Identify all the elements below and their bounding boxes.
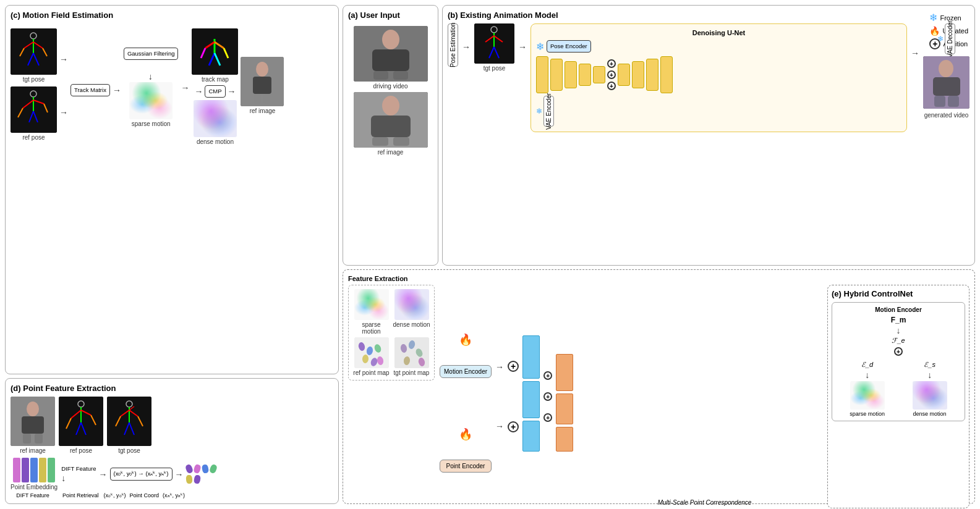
unet-block-3: [565, 61, 577, 88]
d-ref-pose: ref pose: [59, 397, 103, 454]
rb-middle-right: 🔥 Motion Encoder 🔥 Point Encoder: [440, 285, 969, 508]
a-driving-video-label: driving video: [373, 83, 407, 90]
pose-est-label: Pose Estimation: [450, 23, 456, 67]
e-dense-img: [913, 381, 947, 410]
point-embedding-label: Point Embedding: [11, 484, 58, 490]
rb-tgt-point-img: [394, 337, 429, 368]
unet-block-7: [646, 59, 658, 91]
cmp-box: CMP: [205, 85, 225, 98]
c-top-row: tgt pose: [11, 23, 333, 145]
b-tgt-pose-img: [474, 23, 514, 64]
unet-block-4: [579, 64, 591, 86]
output-dots: [186, 465, 223, 484]
svg-rect-59: [393, 71, 408, 80]
svg-rect-34: [23, 434, 31, 444]
svg-rect-64: [393, 137, 409, 146]
e-ed-arrow: ↓: [865, 370, 869, 380]
e-fe: ℱ_e: [892, 337, 905, 345]
d-retrieval-label: Point Retrieval: [62, 492, 99, 498]
dot-1: [184, 464, 193, 474]
motion-encoder-box: Motion Encoder: [440, 365, 492, 378]
e-plus-row: +: [894, 347, 903, 356]
unet-block-6: [632, 61, 644, 88]
rb-image-grid: sparse motion dense motion: [348, 285, 435, 381]
e-motion-enc: Motion Encoder F_m ↓ ℱ_e +: [832, 302, 965, 421]
unet-blocks-row: + + +: [536, 56, 901, 93]
d-ref-image-label: ref image: [20, 447, 46, 454]
denoising-unet-title: Denoising U-Net: [536, 29, 901, 36]
arrow-matrix-to-gaussian: →: [113, 85, 121, 95]
ref-image-label: ref image: [250, 107, 276, 114]
svg-point-32: [27, 402, 39, 416]
d-ref-pose-label: ref pose: [70, 447, 92, 454]
multi-scale-label: Multi-Scale Point Correspondence: [658, 499, 752, 506]
svg-rect-76: [948, 96, 959, 107]
svg-rect-58: [373, 71, 388, 80]
encoder-col: 🔥 Motion Encoder 🔥 Point Encoder: [440, 285, 492, 508]
orange-blocks-col: [556, 297, 573, 508]
e-motion-enc-label: Motion Encoder: [836, 306, 961, 313]
arrow-gaussian-to-sparse: →: [146, 73, 156, 82]
d-dift-sublabel: DIFT Feature: [11, 492, 55, 498]
plus-1: +: [607, 59, 616, 68]
vae-dec-box: VAE Decoder: [945, 23, 955, 54]
pose-enc-box: Pose Encoder: [547, 40, 591, 53]
fire-icon: 🔥: [929, 26, 940, 36]
rb-sparse-motion: sparse motion: [352, 289, 390, 335]
d-images-row: ref image: [11, 397, 333, 454]
dot-2: [193, 464, 201, 474]
unet-block-8: [660, 56, 673, 93]
strip-1: [13, 458, 20, 482]
d-tgt-pose-label: tgt pose: [118, 447, 140, 454]
mapping-label: (x₀ᵏ, y₀ᵏ) → (xₙᵏ, yₙᵏ): [114, 470, 169, 477]
e-inner: Motion Encoder F_m ↓ ℱ_e +: [832, 302, 965, 509]
left-panel: (c) Motion Field Estimation: [5, 5, 339, 504]
addition-icon: +: [929, 38, 940, 49]
track-map-img: [192, 28, 238, 75]
dense-motion-label: dense motion: [197, 138, 234, 145]
track-map-label: track map: [202, 76, 229, 83]
svg-rect-74: [933, 77, 960, 96]
point-enc-label: Point Encoder: [446, 463, 485, 469]
e-es: ℰ_s: [924, 361, 935, 369]
e-ed: ℰ_d: [861, 361, 873, 369]
d-arrow1: →: [99, 469, 108, 479]
b-arrow1: →: [462, 42, 471, 52]
gaussian-item: Gaussian Filtering → sparse motion: [124, 48, 179, 127]
strip-2: [22, 458, 29, 482]
rb-dense-img: [394, 289, 429, 320]
rb-sparse-label: sparse motion: [352, 321, 390, 335]
d-arrow2: →: [175, 469, 184, 479]
right-top: (a) User Input driving video: [343, 5, 975, 266]
e-formulas: F_m ↓ ℱ_e +: [836, 316, 961, 356]
unet-block-2: [550, 59, 563, 91]
dot-4: [208, 464, 217, 474]
right-bottom: Feature Extraction sparse motion dense m…: [343, 269, 975, 504]
plus-connectors: + +: [508, 285, 519, 508]
unet-block-mid: [593, 66, 605, 83]
e-plus: +: [894, 347, 903, 356]
e-sparse-img: [850, 381, 885, 410]
b-pose-est-col: Pose Estimation: [448, 23, 458, 67]
rb-tgt-point-map: tgt point map: [393, 337, 430, 376]
embedding-strips: [13, 458, 55, 482]
ref-pose-item: ref pose: [11, 86, 57, 141]
plus-3: +: [607, 82, 616, 90]
blue-b3: [522, 421, 540, 452]
svg-rect-28: [253, 77, 271, 94]
pose-est-box: Pose Estimation: [448, 23, 458, 67]
track-matrix-item: Track Matrix: [70, 84, 110, 96]
generated-video-label: generated video: [924, 112, 969, 119]
enc-arrow: → →: [495, 285, 504, 508]
track-map-col: track map → CMP → dense motion: [192, 28, 238, 145]
arrow-ref-to-matrix: →: [59, 107, 68, 117]
strip-5: [48, 458, 55, 482]
side-plus-1: +: [543, 371, 552, 380]
d-ref-image-img: [11, 397, 55, 446]
blue-b1: [522, 335, 540, 379]
dift-arrow: ↓: [61, 473, 66, 483]
svg-point-56: [382, 30, 399, 49]
svg-point-73: [939, 60, 953, 77]
arrow-motion-out: →: [495, 362, 504, 372]
section-b: (b) Existing Animation Model ❄ Frozen 🔥 …: [442, 5, 975, 266]
